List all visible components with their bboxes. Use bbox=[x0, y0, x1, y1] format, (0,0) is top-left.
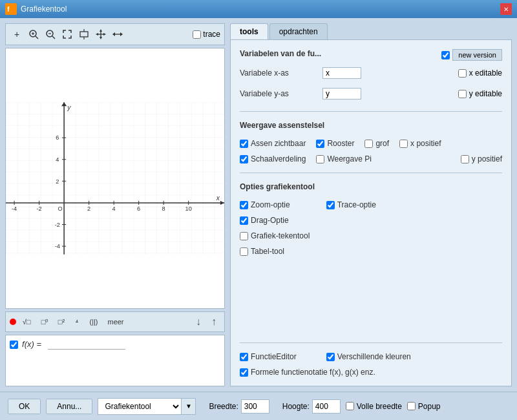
weergave-pi-checkbox[interactable] bbox=[316, 155, 324, 163]
var-y-row: Variabele y-as y editable bbox=[240, 88, 502, 100]
hoogte-input[interactable] bbox=[312, 399, 341, 414]
rooster-checkbox[interactable] bbox=[316, 140, 324, 148]
var-x-input[interactable] bbox=[322, 67, 361, 79]
fit2-icon bbox=[79, 29, 89, 39]
title-bar-title: Grafiekentool bbox=[21, 5, 67, 14]
assen-label: Assen zichtbaar bbox=[240, 139, 306, 148]
input-toolbar: √□ □⁰ □² ⁴ (||) meer ↓ ↑ bbox=[5, 311, 225, 332]
function-label: f(x) = bbox=[22, 339, 44, 349]
svg-text:4: 4 bbox=[56, 156, 59, 163]
variables-section-title: Variabelen van de fu... bbox=[240, 49, 321, 58]
rooster-label: Rooster bbox=[316, 139, 354, 148]
weergave-section-title: Weergave assenstelsel bbox=[240, 121, 502, 130]
bottom-row2: Formele functienotatie f(x), g(x) enz. bbox=[240, 368, 502, 377]
zoom-checkbox[interactable] bbox=[240, 201, 248, 209]
opties-row3: Grafiek-tekentool bbox=[240, 231, 502, 240]
function-input[interactable] bbox=[48, 339, 125, 350]
fit2-button[interactable] bbox=[77, 27, 91, 41]
y-editable-container: y editable bbox=[458, 89, 502, 98]
svg-text:x: x bbox=[216, 194, 220, 202]
function-checkbox[interactable] bbox=[10, 341, 18, 349]
x-editable-container: x editable bbox=[458, 68, 502, 78]
drag-checkbox[interactable] bbox=[240, 216, 248, 225]
y-positief-checkbox[interactable] bbox=[461, 155, 469, 163]
power0-button[interactable]: □⁰ bbox=[37, 315, 52, 329]
cancel-button[interactable]: Annu... bbox=[46, 399, 92, 414]
formele-checkbox[interactable] bbox=[240, 368, 248, 377]
opties-row1: Zoom-optie Trace-optie bbox=[240, 200, 502, 209]
drag-label: Drag-Optie bbox=[240, 216, 289, 225]
popup-checkbox[interactable] bbox=[407, 402, 416, 410]
trace-optie-checkbox[interactable] bbox=[326, 201, 335, 209]
opties-row4: Tabel-tool bbox=[240, 247, 502, 256]
x-positief-label: x positief bbox=[399, 139, 441, 148]
hoogte-group: Hoogte: bbox=[282, 399, 341, 414]
grof-checkbox[interactable] bbox=[364, 140, 373, 148]
var-y-input[interactable] bbox=[322, 88, 361, 100]
zoom-in-button[interactable] bbox=[26, 27, 41, 41]
breedte-input[interactable] bbox=[241, 399, 269, 414]
arrows-button[interactable] bbox=[94, 27, 108, 41]
verschillende-kleuren-label: Verschillende kleuren bbox=[326, 352, 411, 361]
sqrt-button[interactable]: √□ bbox=[17, 315, 36, 329]
tab-content-tools: Variabelen van de fu... new version Vari… bbox=[230, 39, 512, 386]
abs-button[interactable]: (||) bbox=[85, 315, 103, 329]
fit-button[interactable] bbox=[60, 27, 74, 41]
x-editable-checkbox[interactable] bbox=[458, 69, 467, 78]
y-editable-label: y editable bbox=[469, 89, 502, 98]
svg-marker-16 bbox=[96, 33, 98, 36]
var-x-label: Variabele x-as bbox=[240, 68, 317, 78]
tab-opdrachten[interactable]: opdrachten bbox=[269, 23, 328, 40]
var-x-row: Variabele x-as x editable bbox=[240, 67, 502, 79]
graph-svg: -4 -2 O 2 4 6 8 10 bbox=[6, 48, 224, 308]
nthroot-button[interactable]: ⁴ bbox=[70, 315, 83, 329]
dropdown-arrow[interactable]: ▼ bbox=[182, 398, 196, 415]
svg-rect-22 bbox=[6, 102, 224, 255]
schaalverdeling-label: Schaalverdeling bbox=[240, 154, 306, 163]
zoom-label: Zoom-optie bbox=[240, 200, 290, 209]
functie-editor-checkbox[interactable] bbox=[240, 353, 248, 361]
scroll-button[interactable] bbox=[111, 27, 125, 41]
svg-marker-19 bbox=[112, 32, 115, 36]
svg-text:-2: -2 bbox=[37, 205, 42, 212]
trace-checkbox[interactable] bbox=[193, 30, 201, 39]
new-version-checkbox[interactable] bbox=[441, 51, 450, 59]
zoom-out-icon bbox=[45, 29, 56, 39]
assen-checkbox[interactable] bbox=[240, 140, 248, 148]
tab-tools[interactable]: tools bbox=[230, 23, 268, 40]
power2-button[interactable]: □² bbox=[54, 315, 69, 329]
ok-button[interactable]: OK bbox=[8, 399, 41, 414]
svg-marker-20 bbox=[120, 32, 123, 36]
svg-text:4: 4 bbox=[112, 205, 116, 212]
scroll-icon bbox=[112, 29, 123, 39]
popup-label: Popup bbox=[407, 402, 441, 411]
zoom-out-button[interactable] bbox=[43, 27, 58, 41]
trace-check-container: trace bbox=[193, 30, 220, 39]
y-editable-checkbox[interactable] bbox=[458, 90, 467, 98]
meer-button[interactable]: meer bbox=[104, 315, 127, 329]
left-panel: + bbox=[5, 23, 225, 386]
svg-text:f: f bbox=[7, 5, 10, 13]
opties-row2: Drag-Optie bbox=[240, 216, 502, 225]
verschillende-kleuren-checkbox[interactable] bbox=[326, 353, 335, 361]
bottom-bar: OK Annu... Grafiekentool ▼ Breedte: Hoog… bbox=[0, 392, 517, 420]
grof-label: grof bbox=[364, 139, 389, 148]
volle-breedte-checkbox[interactable] bbox=[346, 402, 354, 410]
trace-optie-label: Trace-optie bbox=[326, 200, 376, 209]
add-button[interactable]: + bbox=[10, 27, 24, 41]
down-arrow-button[interactable]: ↓ bbox=[192, 315, 205, 328]
svg-marker-17 bbox=[103, 33, 106, 36]
new-version-button[interactable]: new version bbox=[452, 49, 502, 61]
x-editable-label: x editable bbox=[469, 68, 502, 78]
grafiek-tekentool-label: Grafiek-tekentool bbox=[240, 231, 310, 240]
schaalverdeling-checkbox[interactable] bbox=[240, 155, 248, 163]
close-button[interactable]: ✕ bbox=[500, 3, 512, 15]
tabel-tool-checkbox[interactable] bbox=[240, 247, 248, 256]
grafiek-tekentool-checkbox[interactable] bbox=[240, 232, 248, 240]
breedte-label: Breedte: bbox=[209, 402, 238, 411]
up-arrow-button[interactable]: ↑ bbox=[207, 315, 220, 328]
grafiekentool-dropdown[interactable]: Grafiekentool bbox=[98, 398, 182, 415]
formele-label: Formele functienotatie f(x), g(x) enz. bbox=[240, 368, 375, 377]
red-dot bbox=[10, 319, 16, 325]
x-positief-checkbox[interactable] bbox=[399, 140, 408, 148]
